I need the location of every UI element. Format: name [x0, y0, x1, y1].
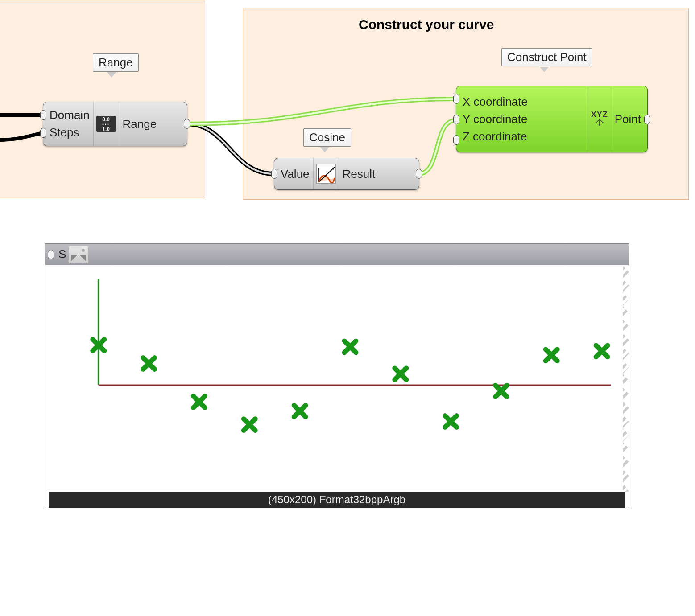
preview-footer: (450x200) Format32bppArgb	[49, 492, 625, 508]
xyz-icon: XYZ	[591, 111, 608, 128]
cp-input-x: X coordinate	[463, 93, 584, 111]
svg-point-2	[599, 124, 600, 126]
cosine-tooltip: Cosine	[303, 128, 351, 147]
cp-point-port[interactable]	[644, 115, 650, 124]
construct-point-tooltip: Construct Point	[501, 48, 592, 66]
preview-canvas	[45, 265, 629, 492]
range-input-domain: Domain	[50, 107, 90, 124]
construct-point-tooltip-arrow	[540, 67, 549, 72]
range-tooltip: Range	[93, 53, 139, 72]
range-domain-port[interactable]	[40, 110, 46, 120]
group-right-title: Construct your curve	[359, 17, 494, 32]
cp-input-y: Y coordinate	[463, 111, 584, 128]
preview-s-port[interactable]	[48, 250, 54, 259]
preview-panel[interactable]: S (450x200) Format32bppArgb	[45, 243, 629, 508]
cosine-value-port[interactable]	[271, 169, 277, 179]
preview-header-label: S	[58, 247, 66, 261]
range-input-steps: Steps	[50, 124, 90, 141]
cosine-result-port[interactable]	[416, 169, 422, 179]
cp-input-z: Z coordinate	[463, 128, 584, 145]
range-icon: 0.0 ▪▪▪ 1.0	[96, 116, 116, 132]
cp-x-port[interactable]	[453, 94, 459, 104]
preview-header[interactable]: S	[45, 244, 629, 265]
range-node[interactable]: Domain Steps 0.0 ▪▪▪ 1.0 Range	[43, 102, 187, 146]
cosine-tooltip-arrow	[320, 147, 329, 152]
cp-output-point: Point	[615, 111, 641, 128]
cp-y-port[interactable]	[453, 115, 459, 124]
cp-z-port[interactable]	[453, 135, 459, 145]
cosine-output-result: Result	[343, 165, 376, 183]
cosine-input-value: Value	[281, 165, 310, 183]
range-output-range: Range	[123, 115, 157, 133]
cosine-icon	[316, 164, 336, 184]
construct-point-node[interactable]: X coordinate Y coordinate Z coordinate X…	[456, 86, 648, 152]
range-output-port[interactable]	[184, 119, 190, 129]
cosine-node[interactable]: Value Result	[274, 158, 419, 190]
range-steps-port[interactable]	[40, 128, 46, 138]
range-tooltip-arrow	[107, 72, 116, 78]
image-icon	[69, 246, 88, 263]
group-left	[0, 0, 205, 198]
